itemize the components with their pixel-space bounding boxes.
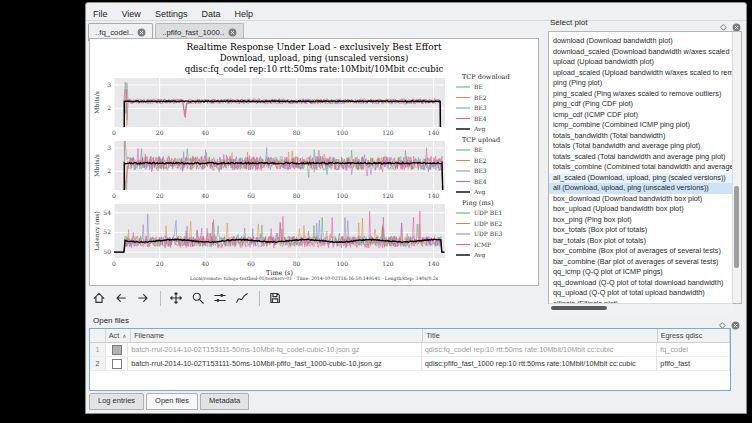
svg-text:20: 20 <box>156 260 164 267</box>
plot-list-item[interactable]: qq_upload (Q-Q plot of total upload band… <box>549 288 741 299</box>
svg-text:BE3: BE3 <box>474 167 487 174</box>
svg-text:2: 2 <box>107 167 111 174</box>
plot-list-item[interactable]: all (Download, upload, ping (unscaled ve… <box>549 183 741 194</box>
svg-text:3: 3 <box>107 81 111 88</box>
svg-text:Latency (ms): Latency (ms) <box>93 211 101 251</box>
scrollbar-thumb[interactable] <box>734 186 739 267</box>
svg-text:BE2: BE2 <box>474 94 487 101</box>
plot-list-item[interactable]: box_upload (Upload bandwidth box plot) <box>549 204 741 215</box>
menu-help[interactable]: Help <box>227 7 260 19</box>
customize-button[interactable] <box>232 288 252 308</box>
close-icon <box>228 28 237 37</box>
zoom-button[interactable] <box>188 288 208 308</box>
plot-list-item[interactable]: totals (Total bandwidth and average ping… <box>549 141 741 152</box>
menu-view[interactable]: View <box>115 7 148 19</box>
close-icon <box>731 321 740 330</box>
forward-button[interactable] <box>133 288 153 308</box>
column-header-title[interactable]: Title <box>423 329 657 342</box>
open-file-row[interactable]: 1batch-rrul-2014-10-02T153111-50ms-10Mbi… <box>90 343 730 357</box>
svg-text:ICMP: ICMP <box>474 241 491 248</box>
column-header-act[interactable]: Act∧ <box>106 329 131 342</box>
plot-list-horizontal-scrollbar[interactable] <box>549 303 733 313</box>
column-header-act-label: Act <box>109 331 120 340</box>
scrollbar-thumb[interactable] <box>551 306 607 310</box>
plot-list-item[interactable]: box_download (Download bandwidth box plo… <box>549 194 741 205</box>
bottom-tab-open-files[interactable]: Open files <box>146 393 198 410</box>
svg-text:TCP upload: TCP upload <box>462 136 500 144</box>
column-header-egress-qdisc[interactable]: Egress qdisc <box>658 329 730 342</box>
plot-list-item[interactable]: bar_combine (Bar plot of averages of sev… <box>549 257 741 268</box>
zoom-icon <box>191 291 205 305</box>
plot-list-item[interactable]: totals_combine (Combined total bandwidth… <box>549 162 741 173</box>
svg-text:80: 80 <box>293 260 301 267</box>
plot-list-item[interactable]: box_ping (Ping box plot) <box>549 215 741 226</box>
figure-canvas[interactable]: 23020406080100120140Mbits/sTCP downloadB… <box>90 39 538 285</box>
bottom-tab-metadata[interactable]: Metadata <box>200 393 249 410</box>
open-files-table: Act∧FilenameTitleEgress qdisc1batch-rrul… <box>89 328 731 391</box>
column-header-filename[interactable]: Filename <box>131 329 423 342</box>
menu-file[interactable]: File <box>86 7 115 19</box>
filename-cell: batch-rrul-2014-10-02T153111-50ms-10Mbit… <box>128 343 421 356</box>
tab-close-button[interactable] <box>228 28 237 37</box>
svg-text:40: 40 <box>201 260 209 267</box>
home-icon <box>92 291 106 305</box>
svg-text:Avg: Avg <box>473 251 485 259</box>
svg-text:60: 60 <box>247 192 255 199</box>
plot-list-item[interactable]: ping (Ping plot) <box>549 78 741 89</box>
plot-list-item[interactable]: qq_icmp (Q-Q plot of ICMP pings) <box>549 267 741 278</box>
active-checkbox-cell <box>106 357 129 370</box>
subplot-tcp-download: 23020406080100120140Mbits/s <box>93 78 445 136</box>
plot-type-list: download (Download bandwidth plot)downlo… <box>548 31 742 304</box>
svg-text:52: 52 <box>103 228 111 235</box>
tab-close-button[interactable] <box>137 28 146 37</box>
plot-canvas-area[interactable]: 23020406080100120140Mbits/sTCP downloadB… <box>89 38 539 286</box>
svg-text:60: 60 <box>247 260 255 267</box>
plot-list-item[interactable]: upload_scaled (Upload bandwidth w/axes s… <box>549 68 741 79</box>
svg-text:60: 60 <box>247 129 255 136</box>
plot-list-item[interactable]: upload (Upload bandwidth plot) <box>549 57 741 68</box>
plot-list-item[interactable]: all_scaled (Download, upload, ping (scal… <box>549 173 741 184</box>
open-file-row[interactable]: 2batch-rrul-2014-10-02T153111-50ms-10Mbi… <box>90 357 730 371</box>
active-checkbox[interactable] <box>112 359 122 369</box>
svg-text:0: 0 <box>112 129 116 136</box>
plot-list-item[interactable]: ping_cdf (Ping CDF plot) <box>549 99 741 110</box>
subplots-button[interactable] <box>210 288 230 308</box>
menu-data[interactable]: Data <box>194 7 227 19</box>
plot-list-item[interactable]: ping_scaled (Ping w/axes scaled to remov… <box>549 89 741 100</box>
svg-text:140: 140 <box>428 260 440 267</box>
plot-list-item[interactable]: icmp_cdf (ICMP CDF plot) <box>549 110 741 121</box>
save-button[interactable] <box>265 288 285 308</box>
svg-text:100: 100 <box>337 129 349 136</box>
svg-text:80: 80 <box>293 192 301 199</box>
plot-list-vertical-scrollbar[interactable] <box>732 32 741 303</box>
pan-button[interactable] <box>166 288 186 308</box>
menu-settings[interactable]: Settings <box>148 7 195 19</box>
svg-text:BE2: BE2 <box>474 157 487 164</box>
active-checkbox[interactable] <box>112 345 122 355</box>
svg-text:0: 0 <box>112 260 116 267</box>
svg-text:120: 120 <box>382 192 394 199</box>
plot-list-item[interactable]: icmp_combine (Combined ICMP ping plot) <box>549 120 741 131</box>
plot-list-item[interactable]: download (Download bandwidth plot) <box>549 36 741 47</box>
home-button[interactable] <box>89 288 109 308</box>
toolbar-separator <box>160 291 161 306</box>
forward-icon <box>136 291 150 305</box>
svg-text:3: 3 <box>107 144 111 151</box>
plot-list-item[interactable]: bar_totals (Box plot of totals) <box>549 236 741 247</box>
plot-list-item[interactable]: box_totals (Box plot of totals) <box>549 225 741 236</box>
plot-list-item[interactable]: totals_scaled (Total bandwidth and avera… <box>549 152 741 163</box>
plot-list-item[interactable]: totals_bandwidth (Total bandwidth) <box>549 131 741 142</box>
document-tab-label: ..pfifo_fast_1000.. <box>162 28 224 37</box>
select-plot-panel: Select plot download (Download bandwidth… <box>548 16 742 313</box>
dock-close-button[interactable] <box>731 316 740 334</box>
back-button[interactable] <box>111 288 131 308</box>
plot-list-item[interactable]: download_scaled (Download bandwidth w/ax… <box>549 47 741 58</box>
bottom-tab-log-entries[interactable]: Log entries <box>89 393 144 410</box>
row-number: 2 <box>90 357 106 370</box>
svg-text:120: 120 <box>382 260 394 267</box>
title-cell: qdisc:fq_codel rep:10 rtt:50ms rate:10Mb… <box>422 343 658 356</box>
svg-text:UDP BE3: UDP BE3 <box>474 230 503 237</box>
legend-tcp-download: TCP downloadBEBE2BE3BE4Avg <box>456 73 510 133</box>
plot-list-item[interactable]: box_combine (Box plot of averages of sev… <box>549 246 741 257</box>
plot-list-item[interactable]: qq_download (Q-Q plot of total download … <box>549 278 741 289</box>
